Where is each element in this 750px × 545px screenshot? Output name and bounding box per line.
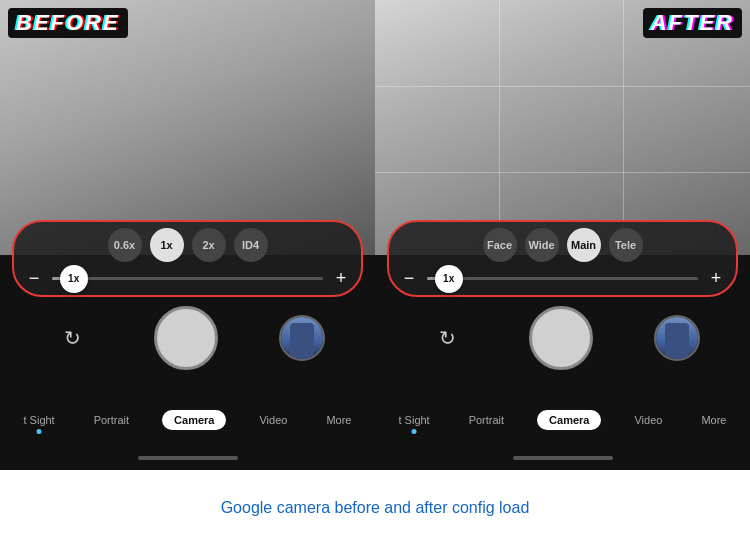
before-zoom-slider-track[interactable]: 1x	[52, 277, 323, 280]
before-panel: BEFORE 0.6x 1x 2x ID4 − 1x	[0, 0, 375, 470]
after-zoom-slider-track[interactable]: 1x	[427, 277, 698, 280]
before-reload-icon: ↻	[64, 326, 81, 350]
before-thumbnail-fig	[290, 323, 314, 359]
after-zoom-btn-wide[interactable]: Wide	[525, 228, 559, 262]
before-tab-portrait[interactable]: Portrait	[88, 410, 135, 430]
after-label: AFTER	[643, 8, 742, 38]
before-label: BEFORE	[8, 8, 128, 38]
before-zoom-buttons: 0.6x 1x 2x ID4	[24, 228, 351, 262]
before-zoom-plus[interactable]: +	[331, 268, 351, 289]
after-zoom-highlight-box: Face Wide Main Tele − 1x +	[387, 220, 738, 297]
before-thumbnail-person	[281, 317, 323, 359]
after-zoom-slider-row: − 1x +	[399, 268, 726, 289]
before-tab-video[interactable]: Video	[253, 410, 293, 430]
before-tab-camera[interactable]: Camera	[162, 410, 226, 430]
after-panel: AFTER Face Wide Main Tele − 1x	[375, 0, 750, 470]
before-zoom-highlight-box: 0.6x 1x 2x ID4 − 1x +	[12, 220, 363, 297]
caption-text: Google camera before and after config lo…	[221, 499, 530, 517]
before-zoom-slider-thumb[interactable]: 1x	[60, 265, 88, 293]
before-zoom-btn-0.6x[interactable]: 0.6x	[108, 228, 142, 262]
after-tab-video[interactable]: Video	[628, 410, 668, 430]
after-zoom-btn-main[interactable]: Main	[567, 228, 601, 262]
after-thumbnail-person	[656, 317, 698, 359]
before-zoom-slider-row: − 1x +	[24, 268, 351, 289]
before-tab-more[interactable]: More	[320, 410, 357, 430]
before-shutter-row: ↻	[0, 306, 375, 370]
after-zoom-slider-thumb[interactable]: 1x	[435, 265, 463, 293]
after-reload-icon: ↻	[439, 326, 456, 350]
after-zoom-plus[interactable]: +	[706, 268, 726, 289]
after-tab-more[interactable]: More	[695, 410, 732, 430]
after-thumbnail[interactable]	[654, 315, 700, 361]
after-tab-portrait[interactable]: Portrait	[463, 410, 510, 430]
after-thumbnail-fig	[665, 323, 689, 359]
after-mode-tabs: t Sight Portrait Camera Video More	[375, 410, 750, 430]
after-flip-icon-btn[interactable]: ↻	[425, 316, 469, 360]
before-zoom-btn-1x[interactable]: 1x	[150, 228, 184, 262]
after-zoom-minus[interactable]: −	[399, 268, 419, 289]
before-thumbnail[interactable]	[279, 315, 325, 361]
after-tab-sight[interactable]: t Sight	[392, 410, 435, 430]
after-bottom-bar	[513, 456, 613, 460]
comparison-container: BEFORE 0.6x 1x 2x ID4 − 1x	[0, 0, 750, 545]
before-shutter-btn[interactable]	[154, 306, 218, 370]
before-zoom-minus[interactable]: −	[24, 268, 44, 289]
before-flip-icon-btn[interactable]: ↻	[50, 316, 94, 360]
after-zoom-bar-wrapper: Face Wide Main Tele − 1x +	[375, 220, 750, 297]
before-zoom-btn-2x[interactable]: 2x	[192, 228, 226, 262]
after-zoom-btn-face[interactable]: Face	[483, 228, 517, 262]
after-zoom-btn-tele[interactable]: Tele	[609, 228, 643, 262]
after-tab-camera[interactable]: Camera	[537, 410, 601, 430]
after-shutter-row: ↻	[375, 306, 750, 370]
before-bottom-bar	[138, 456, 238, 460]
before-zoom-bar-wrapper: 0.6x 1x 2x ID4 − 1x +	[0, 220, 375, 297]
after-zoom-buttons: Face Wide Main Tele	[399, 228, 726, 262]
caption: Google camera before and after config lo…	[0, 470, 750, 545]
grid-h1	[375, 86, 750, 87]
before-zoom-btn-id4[interactable]: ID4	[234, 228, 268, 262]
before-tab-sight[interactable]: t Sight	[17, 410, 60, 430]
after-shutter-btn[interactable]	[529, 306, 593, 370]
grid-h2	[375, 172, 750, 173]
before-mode-tabs: t Sight Portrait Camera Video More	[0, 410, 375, 430]
panels: BEFORE 0.6x 1x 2x ID4 − 1x	[0, 0, 750, 470]
